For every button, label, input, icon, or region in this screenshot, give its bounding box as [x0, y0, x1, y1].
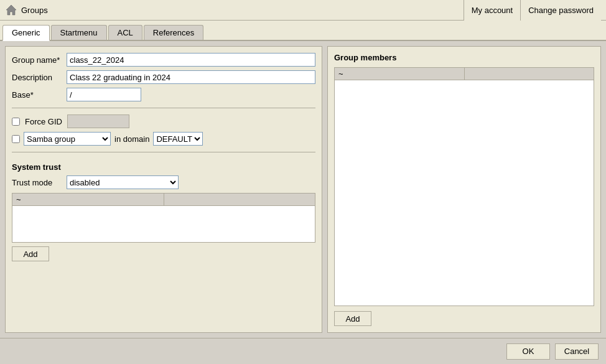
in-domain-label: in domain	[114, 134, 149, 144]
separator-1	[12, 108, 315, 108]
trust-mode-select[interactable]: disabled enabled	[67, 175, 179, 189]
small-table-body	[12, 206, 315, 242]
base-input[interactable]	[67, 88, 141, 101]
app-title: Groups	[21, 6, 464, 15]
right-panel: Group members ~ Add	[327, 46, 601, 333]
base-row: Base*	[12, 88, 315, 101]
group-name-row: Group name*	[12, 53, 315, 67]
small-table: ~	[12, 193, 315, 243]
trust-mode-row: Trust mode disabled enabled	[12, 175, 315, 189]
group-name-label: Group name*	[12, 55, 62, 65]
members-table-header: ~	[335, 68, 594, 80]
small-table-header: ~	[12, 194, 315, 206]
description-input[interactable]	[67, 70, 315, 84]
separator-2	[12, 152, 315, 152]
trust-mode-label: Trust mode	[12, 178, 62, 187]
members-col2	[465, 68, 594, 80]
system-trust-title: System trust	[12, 162, 315, 172]
left-panel: Group name* Description Base* Force GID …	[5, 46, 322, 333]
group-members-title: Group members	[334, 53, 594, 62]
tab-references[interactable]: References	[144, 25, 203, 40]
ok-button[interactable]: OK	[506, 343, 550, 360]
add-member-button[interactable]: Add	[334, 311, 371, 326]
members-table: ~	[334, 67, 594, 306]
members-table-body	[335, 80, 594, 306]
description-row: Description	[12, 70, 315, 84]
titlebar: Groups My account Change password	[0, 0, 606, 21]
members-col1: ~	[335, 68, 465, 80]
small-table-col1: ~	[12, 194, 164, 205]
add-trust-button[interactable]: Add	[12, 246, 49, 261]
bottom-bar: OK Cancel	[0, 338, 606, 364]
domain-select[interactable]: DEFAULT	[153, 132, 203, 146]
samba-group-select[interactable]: Samba group	[24, 132, 111, 146]
tab-startmenu[interactable]: Startmenu	[51, 25, 107, 40]
cancel-button[interactable]: Cancel	[555, 343, 599, 360]
tab-acl[interactable]: ACL	[108, 25, 142, 40]
base-label: Base*	[12, 90, 62, 100]
tabbar: Generic Startmenu ACL References	[0, 21, 606, 41]
force-gid-row: Force GID	[12, 114, 315, 128]
force-gid-checkbox[interactable]	[12, 118, 20, 126]
home-icon[interactable]	[5, 4, 17, 16]
samba-row: Samba group in domain DEFAULT	[12, 132, 315, 146]
change-password-button[interactable]: Change password	[520, 0, 601, 21]
svg-marker-0	[6, 5, 16, 15]
group-name-input[interactable]	[67, 53, 315, 67]
samba-checkbox[interactable]	[12, 135, 20, 143]
small-table-col2	[164, 194, 315, 205]
tab-generic[interactable]: Generic	[2, 25, 50, 41]
titlebar-actions: My account Change password	[464, 0, 601, 21]
my-account-button[interactable]: My account	[464, 0, 520, 21]
description-label: Description	[12, 73, 62, 82]
force-gid-input[interactable]	[67, 114, 129, 128]
main-content: Group name* Description Base* Force GID …	[0, 41, 606, 338]
force-gid-label: Force GID	[25, 117, 62, 126]
